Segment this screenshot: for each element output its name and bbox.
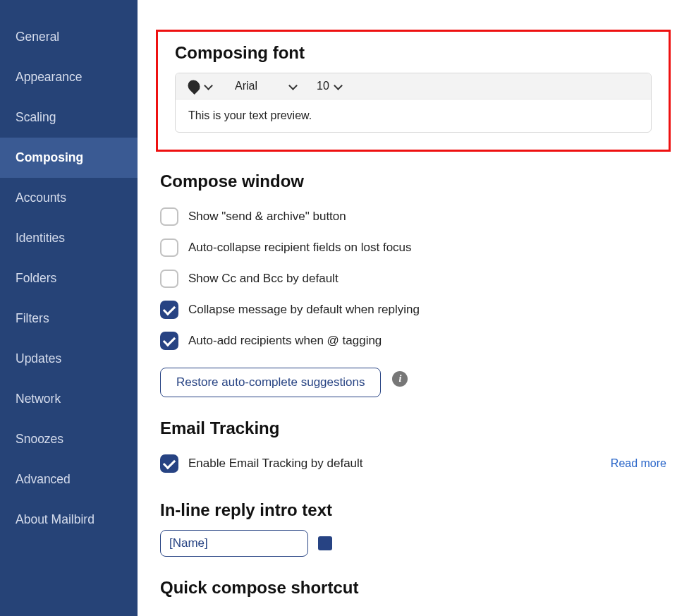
email-tracking-section: Email Tracking Enable Email Tracking by … (160, 418, 666, 479)
font-family-value: Arial (235, 80, 284, 92)
option-collapse-reply: Collapse message by default when replyin… (160, 294, 666, 325)
option-label: Enable Email Tracking by default (188, 457, 363, 471)
inline-reply-input[interactable] (160, 530, 308, 557)
option-label: Show Cc and Bcc by default (188, 272, 339, 286)
inline-reply-section: In-line reply intro text (160, 500, 666, 557)
composing-font-toolbar: Arial 10 (176, 73, 651, 99)
read-more-link[interactable]: Read more (611, 457, 666, 470)
sidebar-item-accounts[interactable]: Accounts (0, 178, 138, 218)
sidebar-item-folders[interactable]: Folders (0, 258, 138, 298)
sidebar-item-filters[interactable]: Filters (0, 298, 138, 339)
option-enable-tracking: Enable Email Tracking by default (160, 448, 363, 479)
checkbox-send-archive[interactable] (160, 207, 178, 226)
checkbox-enable-tracking[interactable] (160, 454, 178, 473)
option-label: Show "send & archive" button (188, 210, 346, 224)
sidebar-item-about[interactable]: About Mailbird (0, 500, 138, 540)
option-autocollapse-recip: Auto-collapse recipient fields on lost f… (160, 232, 666, 263)
quick-compose-section: Quick compose shortcut (160, 578, 666, 598)
option-label: Collapse message by default when replyin… (188, 303, 420, 317)
checkbox-autoadd-recipients[interactable] (160, 332, 178, 350)
sidebar-item-updates[interactable]: Updates (0, 339, 138, 379)
restore-suggestions-button[interactable]: Restore auto-complete suggestions (160, 368, 381, 397)
font-preview-text: This is your text preview. (176, 99, 651, 132)
restore-suggestions-row: Restore auto-complete suggestions i (160, 361, 666, 397)
font-family-dropdown[interactable]: Arial (219, 80, 297, 92)
option-label: Auto-collapse recipient fields on lost f… (188, 241, 412, 255)
sidebar-item-appearance[interactable]: Appearance (0, 57, 138, 97)
option-label: Auto-add recipients when @ tagging (188, 334, 382, 348)
checkbox-cc-bcc-default[interactable] (160, 270, 178, 288)
option-send-archive: Show "send & archive" button (160, 201, 666, 232)
font-size-dropdown[interactable]: 10 (304, 80, 342, 92)
composing-font-section-highlight: Composing font Arial 10 This is your tex… (156, 30, 671, 152)
chevron-down-icon (290, 83, 297, 90)
checkbox-autocollapse-recip[interactable] (160, 238, 178, 257)
sidebar-item-general[interactable]: General (0, 17, 138, 57)
quick-compose-title: Quick compose shortcut (160, 578, 666, 598)
sidebar-item-network[interactable]: Network (0, 379, 138, 419)
settings-sidebar: General Appearance Scaling Composing Acc… (0, 0, 138, 616)
compose-window-title: Compose window (160, 171, 666, 191)
chevron-down-icon (335, 83, 342, 90)
chevron-down-icon (205, 83, 212, 90)
sidebar-item-snoozes[interactable]: Snoozes (0, 419, 138, 459)
sidebar-item-advanced[interactable]: Advanced (0, 459, 138, 500)
font-color-dropdown[interactable] (188, 80, 212, 92)
compose-window-section: Compose window Show "send & archive" but… (160, 171, 666, 397)
sidebar-item-scaling[interactable]: Scaling (0, 97, 138, 138)
sidebar-item-identities[interactable]: Identities (0, 218, 138, 258)
option-cc-bcc-default: Show Cc and Bcc by default (160, 263, 666, 294)
font-size-value: 10 (317, 80, 329, 92)
option-autoadd-recipients: Auto-add recipients when @ tagging (160, 325, 666, 356)
drop-icon (185, 78, 202, 95)
inline-reply-title: In-line reply intro text (160, 500, 666, 520)
inline-reply-color-swatch[interactable] (318, 536, 332, 550)
info-icon[interactable]: i (392, 371, 408, 387)
composing-font-panel: Arial 10 This is your text preview. (175, 73, 652, 133)
sidebar-item-composing[interactable]: Composing (0, 138, 138, 178)
settings-content: Composing font Arial 10 This is your tex… (138, 0, 689, 616)
checkbox-collapse-reply[interactable] (160, 301, 178, 319)
email-tracking-title: Email Tracking (160, 418, 666, 438)
composing-font-title: Composing font (175, 43, 652, 63)
